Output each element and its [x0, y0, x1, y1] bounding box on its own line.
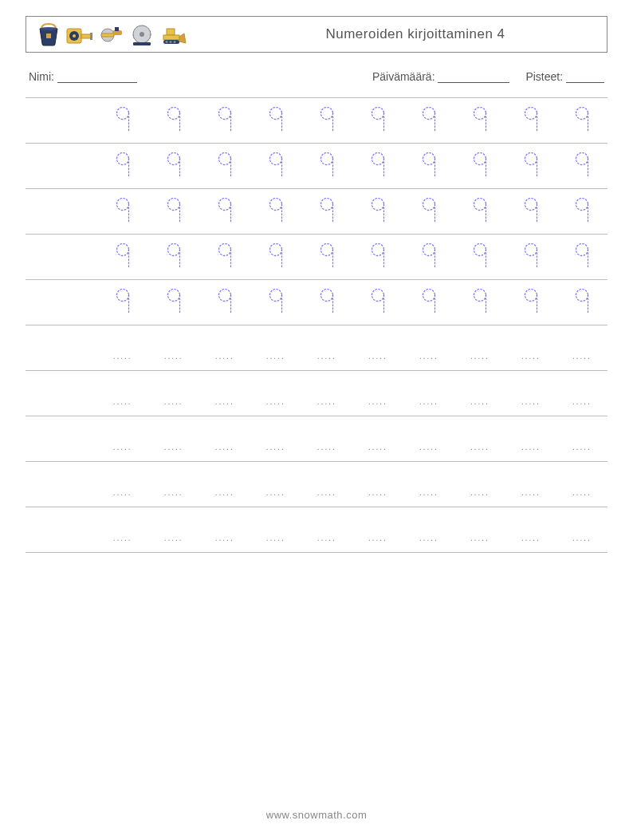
worksheet-cell[interactable]	[556, 235, 607, 279]
worksheet-cell[interactable]	[301, 280, 352, 325]
worksheet-cell[interactable]: .....	[250, 507, 301, 552]
worksheet-cell[interactable]: .....	[505, 325, 556, 370]
worksheet-cell[interactable]	[556, 144, 607, 188]
worksheet-cell[interactable]	[403, 144, 454, 188]
worksheet-cell[interactable]	[352, 189, 403, 234]
worksheet-cell[interactable]	[26, 416, 97, 461]
worksheet-cell[interactable]	[352, 144, 403, 188]
worksheet-cell[interactable]: .....	[352, 507, 403, 552]
date-blank[interactable]	[438, 71, 509, 83]
worksheet-cell[interactable]	[199, 280, 250, 325]
worksheet-cell[interactable]	[199, 235, 250, 279]
worksheet-cell[interactable]	[454, 189, 505, 234]
worksheet-cell[interactable]: .....	[505, 416, 556, 461]
worksheet-cell[interactable]	[26, 371, 97, 416]
worksheet-cell[interactable]: .....	[97, 507, 148, 552]
worksheet-cell[interactable]: .....	[403, 416, 454, 461]
worksheet-cell[interactable]: .....	[250, 325, 301, 370]
worksheet-cell[interactable]	[352, 280, 403, 325]
worksheet-cell[interactable]: .....	[250, 416, 301, 461]
worksheet-cell[interactable]: .....	[148, 416, 199, 461]
worksheet-cell[interactable]	[301, 235, 352, 279]
worksheet-cell[interactable]	[505, 144, 556, 188]
worksheet-cell[interactable]: .....	[556, 371, 607, 416]
worksheet-cell[interactable]	[148, 235, 199, 279]
worksheet-cell[interactable]	[403, 98, 454, 143]
worksheet-cell[interactable]	[556, 189, 607, 234]
worksheet-cell[interactable]: .....	[403, 507, 454, 552]
worksheet-cell[interactable]	[26, 144, 97, 188]
worksheet-cell[interactable]	[250, 280, 301, 325]
worksheet-cell[interactable]: .....	[556, 416, 607, 461]
worksheet-cell[interactable]	[454, 235, 505, 279]
worksheet-cell[interactable]	[250, 144, 301, 188]
worksheet-cell[interactable]: .....	[352, 371, 403, 416]
worksheet-cell[interactable]	[26, 235, 97, 279]
worksheet-cell[interactable]	[301, 98, 352, 143]
worksheet-cell[interactable]	[505, 189, 556, 234]
worksheet-cell[interactable]	[403, 280, 454, 325]
worksheet-cell[interactable]: .....	[556, 325, 607, 370]
worksheet-cell[interactable]	[505, 280, 556, 325]
worksheet-cell[interactable]	[505, 98, 556, 143]
worksheet-cell[interactable]: .....	[556, 462, 607, 507]
worksheet-cell[interactable]: .....	[199, 507, 250, 552]
worksheet-cell[interactable]: .....	[301, 507, 352, 552]
worksheet-cell[interactable]: .....	[352, 416, 403, 461]
worksheet-cell[interactable]	[301, 144, 352, 188]
worksheet-cell[interactable]	[199, 144, 250, 188]
worksheet-cell[interactable]	[250, 98, 301, 143]
worksheet-cell[interactable]	[26, 325, 97, 370]
worksheet-cell[interactable]: .....	[454, 462, 505, 507]
worksheet-cell[interactable]: .....	[403, 371, 454, 416]
worksheet-cell[interactable]	[250, 235, 301, 279]
worksheet-cell[interactable]: .....	[199, 462, 250, 507]
worksheet-cell[interactable]	[454, 144, 505, 188]
worksheet-cell[interactable]	[148, 98, 199, 143]
worksheet-cell[interactable]	[97, 235, 148, 279]
worksheet-cell[interactable]	[97, 144, 148, 188]
worksheet-cell[interactable]	[403, 235, 454, 279]
worksheet-cell[interactable]: .....	[148, 371, 199, 416]
worksheet-cell[interactable]: .....	[454, 416, 505, 461]
worksheet-cell[interactable]: .....	[454, 325, 505, 370]
worksheet-cell[interactable]: .....	[148, 462, 199, 507]
worksheet-cell[interactable]	[250, 189, 301, 234]
worksheet-cell[interactable]	[148, 189, 199, 234]
worksheet-cell[interactable]	[26, 98, 97, 143]
worksheet-cell[interactable]: .....	[454, 371, 505, 416]
worksheet-cell[interactable]: .....	[301, 371, 352, 416]
name-blank[interactable]	[57, 71, 137, 83]
score-blank[interactable]	[566, 71, 604, 83]
worksheet-cell[interactable]: .....	[199, 325, 250, 370]
worksheet-cell[interactable]: .....	[199, 371, 250, 416]
worksheet-cell[interactable]: .....	[148, 325, 199, 370]
worksheet-cell[interactable]	[556, 98, 607, 143]
worksheet-cell[interactable]: .....	[454, 507, 505, 552]
worksheet-cell[interactable]: .....	[301, 462, 352, 507]
worksheet-cell[interactable]	[352, 235, 403, 279]
worksheet-cell[interactable]: .....	[301, 325, 352, 370]
worksheet-cell[interactable]: .....	[250, 371, 301, 416]
worksheet-cell[interactable]: .....	[505, 462, 556, 507]
worksheet-cell[interactable]	[199, 189, 250, 234]
worksheet-cell[interactable]	[352, 98, 403, 143]
worksheet-cell[interactable]: .....	[199, 416, 250, 461]
worksheet-cell[interactable]	[26, 507, 97, 552]
worksheet-cell[interactable]: .....	[97, 416, 148, 461]
worksheet-cell[interactable]: .....	[148, 507, 199, 552]
worksheet-cell[interactable]	[26, 280, 97, 325]
worksheet-cell[interactable]: .....	[97, 371, 148, 416]
worksheet-cell[interactable]: .....	[352, 325, 403, 370]
worksheet-cell[interactable]	[97, 189, 148, 234]
worksheet-cell[interactable]: .....	[250, 462, 301, 507]
worksheet-cell[interactable]: .....	[352, 462, 403, 507]
worksheet-cell[interactable]: .....	[97, 462, 148, 507]
worksheet-cell[interactable]	[97, 280, 148, 325]
worksheet-cell[interactable]	[97, 98, 148, 143]
worksheet-cell[interactable]	[199, 98, 250, 143]
worksheet-cell[interactable]: .....	[505, 371, 556, 416]
worksheet-cell[interactable]	[26, 462, 97, 507]
worksheet-cell[interactable]	[556, 280, 607, 325]
worksheet-cell[interactable]	[26, 189, 97, 234]
